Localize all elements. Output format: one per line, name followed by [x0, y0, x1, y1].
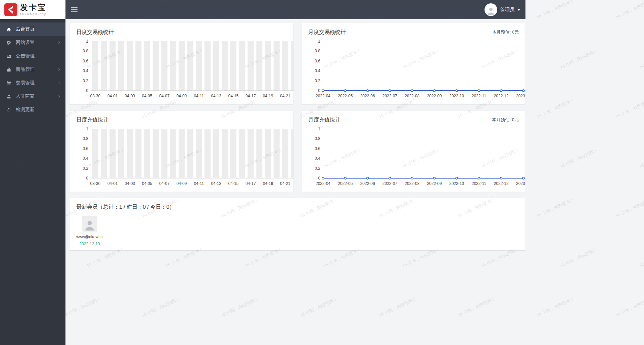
svg-text:04-19: 04-19: [263, 94, 273, 98]
svg-text:0.8: 0.8: [315, 49, 320, 53]
daily-sales-card: 日度交易额统计 00.20.40.60.8103-3004-0104-0304-…: [70, 23, 293, 104]
content: 日度交易额统计 00.20.40.60.8103-3004-0104-0304-…: [65, 19, 525, 345]
charts-grid: 日度交易额统计 00.20.40.60.8103-3004-0104-0304-…: [70, 23, 525, 192]
svg-text:0.8: 0.8: [315, 136, 320, 141]
sidebar-item-label: 网站设置: [16, 40, 57, 46]
sidebar-item-label: 检测更新: [16, 107, 61, 113]
svg-text:04-01: 04-01: [107, 181, 118, 186]
svg-text:2022-12: 2022-12: [494, 181, 509, 186]
watermark-text: Hi 小淘，淘你想淘！: [560, 48, 599, 70]
svg-text:0.6: 0.6: [83, 59, 88, 63]
svg-text:0.4: 0.4: [83, 156, 88, 161]
sidebar-item-label: 公告管理: [16, 53, 61, 59]
logo[interactable]: 发卡宝 fakabao.top: [0, 0, 65, 19]
svg-text:04-07: 04-07: [159, 94, 170, 98]
cart-icon: [6, 80, 11, 86]
watermark-text: Hi 小淘，淘你想淘！: [615, 0, 644, 20]
svg-text:1: 1: [86, 127, 88, 131]
monthly-sales-estimate: 本月预估: 0元: [492, 29, 519, 35]
svg-text:04-17: 04-17: [245, 94, 256, 98]
member-email: www@dkewl.com: [76, 235, 103, 239]
svg-text:0.2: 0.2: [83, 166, 88, 171]
chart-title-daily-recharge: 日度充值统计: [76, 116, 108, 124]
svg-text:1: 1: [318, 39, 320, 44]
gear-icon: [6, 40, 11, 45]
svg-text:2022-07: 2022-07: [382, 181, 397, 186]
member-register-date: 2022-12-19: [79, 242, 100, 246]
svg-text:0.6: 0.6: [315, 146, 320, 151]
watermark-text: Hi 小淘，淘你想淘！: [615, 97, 644, 120]
sidebar-item-announcements[interactable]: 公告管理: [0, 49, 65, 63]
sidebar-item-site-settings[interactable]: 网站设置: [0, 36, 65, 49]
sidebar-item-home[interactable]: 后台首页: [0, 22, 65, 36]
svg-text:04-09: 04-09: [177, 181, 187, 186]
watermark-text: Hi 小淘，淘你想淘！: [639, 48, 644, 70]
svg-text:04-07: 04-07: [159, 181, 170, 186]
user-name: 管理员: [500, 7, 514, 13]
svg-text:2022-12: 2022-12: [494, 94, 509, 98]
sidebar-item-transactions[interactable]: 交易管理: [0, 76, 65, 90]
home-icon: [6, 27, 11, 32]
chart-title-daily-sales: 日度交易额统计: [76, 29, 114, 36]
svg-text:04-21: 04-21: [280, 181, 290, 186]
svg-text:04-03: 04-03: [125, 94, 135, 98]
svg-text:0.4: 0.4: [315, 156, 320, 161]
member-item[interactable]: www@dkewl.com2022-12-19: [76, 216, 103, 246]
svg-text:04-03: 04-03: [125, 181, 135, 186]
chart-title-monthly-recharge: 月度充值统计: [308, 116, 340, 124]
sidebar-item-products[interactable]: 商品管理: [0, 63, 65, 76]
svg-text:04-13: 04-13: [211, 181, 221, 186]
svg-text:0.6: 0.6: [83, 146, 88, 151]
svg-text:2022-06: 2022-06: [360, 94, 375, 98]
watermark-text: Hi 小淘，淘你想淘！: [560, 147, 599, 169]
svg-text:04-09: 04-09: [177, 94, 187, 98]
watermark-text: Hi 小淘，淘你想淘！: [536, 197, 575, 219]
svg-text:04-05: 04-05: [142, 181, 152, 186]
sidebar-item-check-update[interactable]: 检测更新: [0, 103, 65, 116]
monthly-recharge-chart: 00.20.40.60.812022-042022-052022-062022-…: [308, 126, 525, 188]
svg-text:2022-04: 2022-04: [316, 94, 330, 98]
members-title: 最新会员（总计：1 / 昨日：0 / 今日：0）: [76, 204, 519, 211]
svg-text:2022-04: 2022-04: [316, 181, 330, 186]
latest-members-card: 最新会员（总计：1 / 昨日：0 / 今日：0） www@dkewl.com20…: [70, 198, 525, 250]
logo-title: 发卡宝: [20, 4, 47, 11]
member-avatar-icon: [82, 216, 97, 232]
monthly-sales-chart: 00.20.40.60.812022-042022-052022-062022-…: [308, 38, 525, 100]
svg-text:0: 0: [318, 176, 320, 181]
svg-text:2022-11: 2022-11: [472, 181, 486, 186]
card-header: 日度充值统计: [76, 116, 287, 124]
watermark-text: Hi 小淘，淘你想淘！: [536, 0, 575, 20]
svg-text:04-01: 04-01: [107, 94, 118, 98]
watermark-text: Hi 小淘，淘你想淘！: [536, 97, 575, 120]
monthly-recharge-estimate: 本月预估: 0元: [492, 117, 519, 123]
svg-text:03-30: 03-30: [90, 181, 101, 186]
svg-text:04-11: 04-11: [194, 94, 204, 98]
logo-icon: [4, 3, 17, 16]
user-icon: [6, 94, 11, 99]
menu-toggle-icon[interactable]: [71, 6, 78, 13]
monthly-sales-card: 月度交易额统计 本月预估: 0元 00.20.40.60.812022-0420…: [302, 23, 525, 104]
chart-title-monthly-sales: 月度交易额统计: [308, 29, 346, 36]
user-menu[interactable]: 管理员: [485, 3, 520, 16]
topbar: 管理员: [65, 0, 525, 19]
svg-text:2022-05: 2022-05: [338, 181, 353, 186]
daily-recharge-chart: 00.20.40.60.8103-3004-0104-0304-0504-070…: [76, 126, 293, 188]
svg-text:04-15: 04-15: [228, 181, 239, 186]
svg-text:2022-09: 2022-09: [427, 181, 442, 186]
svg-text:2022-08: 2022-08: [405, 181, 419, 186]
svg-text:0.8: 0.8: [83, 49, 88, 53]
chevron-right-icon: [57, 41, 61, 44]
sidebar-item-label: 交易管理: [16, 80, 57, 86]
sidebar-item-label: 入驻商家: [16, 93, 57, 99]
logo-text: 发卡宝 fakabao.top: [20, 4, 47, 16]
card-header: 月度充值统计 本月预估: 0元: [308, 116, 519, 124]
members-list: www@dkewl.com2022-12-19: [76, 211, 519, 246]
svg-text:0.2: 0.2: [315, 79, 320, 83]
svg-text:1: 1: [86, 39, 88, 44]
sidebar-item-merchants[interactable]: 入驻商家: [0, 90, 65, 103]
monthly-recharge-card: 月度充值统计 本月预估: 0元 00.20.40.60.812022-04202…: [302, 111, 525, 192]
logo-subtitle: fakabao.top: [20, 13, 47, 16]
sidebar: 发卡宝 fakabao.top 后台首页网站设置公告管理商品管理交易管理入驻商家…: [0, 0, 65, 345]
card-header: 日度交易额统计: [76, 29, 287, 36]
refresh-icon: [6, 107, 11, 112]
